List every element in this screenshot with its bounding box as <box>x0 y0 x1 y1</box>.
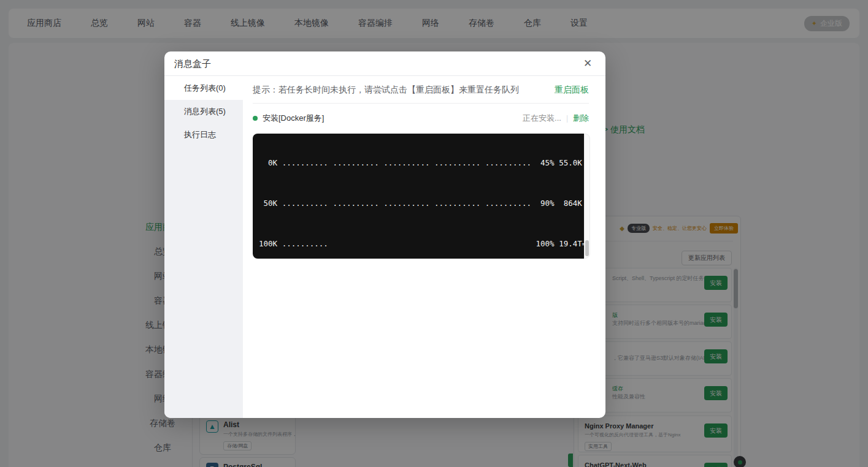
task-delete-link[interactable]: 删除 <box>573 113 589 124</box>
terminal-scrollbar[interactable] <box>584 134 590 259</box>
terminal-output: 0K .......... .......... .......... ....… <box>259 134 584 259</box>
task-status-dot <box>253 116 258 121</box>
modal-tab-list: 任务列表(0) 消息列表(5) 执行日志 <box>164 77 243 418</box>
task-row: 安装[Docker服务] 正在安装... | 删除 <box>253 111 589 126</box>
divider: | <box>566 114 568 123</box>
task-name: 安装[Docker服务] <box>263 113 523 124</box>
terminal-scrollbar-thumb[interactable] <box>585 240 589 256</box>
modal-header: 消息盒子 ✕ <box>164 51 605 76</box>
tab-message-list[interactable]: 消息列表(5) <box>164 100 243 123</box>
divider <box>253 103 589 104</box>
message-box-modal: 消息盒子 ✕ 任务列表(0) 消息列表(5) 执行日志 提示：若任务长时间未执行… <box>164 51 605 418</box>
close-icon[interactable]: ✕ <box>581 57 594 70</box>
terminal-screen: 0K .......... .......... .......... ....… <box>253 134 584 259</box>
tab-task-list[interactable]: 任务列表(0) <box>164 77 243 100</box>
tip-row: 提示：若任务长时间未执行，请尝试点击【重启面板】来重置任务队列 重启面板 <box>253 83 589 97</box>
modal-body: 提示：若任务长时间未执行，请尝试点击【重启面板】来重置任务队列 重启面板 安装[… <box>243 77 605 418</box>
tab-execution-log[interactable]: 执行日志 <box>164 123 243 146</box>
tip-text: 提示：若任务长时间未执行，请尝试点击【重启面板】来重置任务队列 <box>253 85 555 96</box>
restart-panel-link[interactable]: 重启面板 <box>555 85 589 96</box>
task-status: 正在安装... <box>523 113 561 124</box>
modal-title: 消息盒子 <box>174 58 211 70</box>
task-log-terminal: 0K .......... .......... .......... ....… <box>253 134 590 259</box>
